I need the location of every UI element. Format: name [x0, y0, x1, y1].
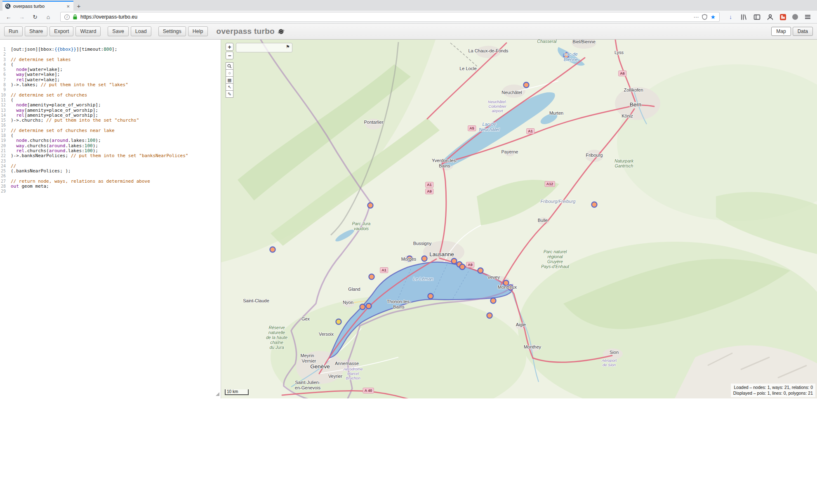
- map-marker[interactable]: [452, 259, 457, 264]
- pointer-tool-button[interactable]: ↖: [226, 83, 233, 91]
- map-marker[interactable]: [366, 304, 372, 309]
- map-marker[interactable]: [508, 285, 513, 290]
- search-tool-button[interactable]: [226, 62, 233, 70]
- main-area: 1[out:json][bbox:{{bbox}}][timeout:800];…: [0, 40, 817, 398]
- browser-tab[interactable]: overpass turbo ×: [2, 1, 73, 11]
- line-number: 1: [0, 47, 11, 52]
- extension-icon-red[interactable]: [780, 14, 786, 20]
- map-marker[interactable]: [422, 256, 427, 261]
- code-line[interactable]: 15)->.churchs; // put them into the set …: [0, 118, 221, 123]
- map-marker[interactable]: [504, 280, 509, 286]
- toolbar-button-share[interactable]: Share: [25, 26, 47, 36]
- lock-icon: [73, 14, 78, 20]
- home-button[interactable]: ⌂: [44, 14, 53, 20]
- map-marker[interactable]: [487, 313, 492, 318]
- map[interactable]: La Chaux-de-FondsLe LocleNeuchâtelBiel/B…: [221, 40, 817, 398]
- line-number: 24: [0, 164, 11, 169]
- browser-window: overpass turbo × + ← → ↻ ⌂ i https://ove…: [0, 0, 817, 398]
- map-marker[interactable]: [491, 298, 496, 304]
- page-actions-icon[interactable]: ⋯: [693, 14, 699, 20]
- line-number: 25: [0, 169, 11, 174]
- code-line[interactable]: 28out geom meta;: [0, 184, 221, 189]
- map-marker[interactable]: [368, 203, 373, 208]
- map-search-input[interactable]: [236, 43, 292, 52]
- code-line[interactable]: 8)->.lakes; // put them into the set "la…: [0, 82, 221, 87]
- map-marker[interactable]: [407, 256, 412, 261]
- line-number: 27: [0, 179, 11, 184]
- select-circle-tool-button[interactable]: ○: [226, 69, 233, 77]
- code-line[interactable]: 1[out:json][bbox:{{bbox}}][timeout:800];: [0, 47, 221, 52]
- code-line[interactable]: 29: [0, 189, 221, 194]
- line-number: 14: [0, 113, 11, 118]
- map-marker[interactable]: [564, 53, 569, 58]
- line-number: 6: [0, 72, 11, 77]
- url-text[interactable]: https://overpass-turbo.eu: [80, 14, 690, 20]
- line-number: 15: [0, 118, 11, 123]
- query-editor[interactable]: 1[out:json][bbox:{{bbox}}][timeout:800];…: [0, 40, 221, 398]
- map-marker[interactable]: [592, 202, 597, 207]
- toolbar-button-load[interactable]: Load: [131, 26, 151, 36]
- toolbar-button-help[interactable]: Help: [188, 26, 208, 36]
- toolbar-buttons: RunShareExportWizardSaveLoadSettingsHelp: [4, 26, 210, 36]
- back-button[interactable]: ←: [4, 14, 13, 20]
- map-marker[interactable]: [460, 264, 465, 270]
- map-marker[interactable]: [360, 304, 365, 310]
- account-icon[interactable]: [767, 14, 774, 21]
- tab-bar: overpass turbo × +: [0, 0, 817, 11]
- zoom-out-button[interactable]: −: [226, 52, 233, 59]
- page-info-icon[interactable]: i: [64, 14, 70, 20]
- reload-button[interactable]: ↻: [31, 14, 40, 20]
- code-line[interactable]: 23: [0, 159, 221, 164]
- shield-icon[interactable]: [702, 14, 707, 20]
- map-svg: [221, 40, 817, 398]
- scale-bar: 10 km: [225, 389, 249, 395]
- toolbar-button-export[interactable]: Export: [49, 26, 73, 36]
- navigation-bar: ← → ↻ ⌂ i https://overpass-turbo.eu ⋯ ★ …: [0, 11, 817, 24]
- sidebar-icon[interactable]: [753, 14, 760, 21]
- library-icon[interactable]: [740, 14, 747, 21]
- url-bar[interactable]: i https://overpass-turbo.eu ⋯ ★: [60, 12, 720, 22]
- extension-icon-gray[interactable]: [792, 14, 798, 20]
- zoom-in-button[interactable]: +: [226, 43, 233, 51]
- code-line[interactable]: 22)->.banksNearPolices; // put them into…: [0, 153, 221, 158]
- downloads-icon[interactable]: ↓: [727, 14, 734, 21]
- bookmark-star-icon[interactable]: ★: [710, 14, 716, 20]
- line-number: 20: [0, 144, 11, 148]
- new-tab-button[interactable]: +: [73, 1, 84, 11]
- toolbar-button-wizard[interactable]: Wizard: [75, 26, 101, 36]
- editor-resize-handle[interactable]: [216, 392, 219, 396]
- map-marker[interactable]: [270, 247, 275, 252]
- line-number: 16: [0, 123, 11, 128]
- code-line[interactable]: 17// determine set of churches near lake: [0, 128, 221, 133]
- toolbar-button-settings[interactable]: Settings: [158, 26, 186, 36]
- line-number: 26: [0, 174, 11, 179]
- image-export-tool-button[interactable]: ▦: [226, 76, 233, 84]
- line-number: 11: [0, 98, 11, 103]
- toolbar-button-save[interactable]: Save: [108, 26, 129, 36]
- tab-map[interactable]: Map: [771, 27, 791, 36]
- code-line[interactable]: 3// determine set lakes: [0, 57, 221, 62]
- line-number: 5: [0, 67, 11, 72]
- forward-button[interactable]: →: [17, 14, 26, 20]
- map-marker[interactable]: [369, 274, 374, 280]
- line-number: 7: [0, 78, 11, 82]
- draw-tool-button[interactable]: ✎: [226, 90, 233, 98]
- code-line[interactable]: 10// determine set of churches: [0, 93, 221, 98]
- tab-close-icon[interactable]: ×: [65, 3, 71, 9]
- line-number: 21: [0, 148, 11, 153]
- menu-icon[interactable]: [804, 14, 811, 21]
- line-number: 10: [0, 93, 11, 98]
- map-marker[interactable]: [524, 82, 529, 88]
- app-title-text: overpass turbo: [217, 27, 275, 36]
- map-marker[interactable]: [478, 268, 483, 273]
- toolbar-button-run[interactable]: Run: [4, 26, 23, 36]
- editor-code: 1[out:json][bbox:{{bbox}}][timeout:800];…: [0, 47, 221, 194]
- code-line[interactable]: 25(.banksNearPolices; );: [0, 169, 221, 174]
- app-toolbar: RunShareExportWizardSaveLoadSettingsHelp…: [0, 24, 817, 40]
- map-marker[interactable]: [336, 319, 341, 325]
- tab-data[interactable]: Data: [793, 27, 813, 36]
- page-title: overpass turbo: [217, 27, 285, 36]
- line-number: 22: [0, 153, 11, 158]
- flag-icon: ⚑: [286, 44, 290, 49]
- map-marker[interactable]: [428, 294, 433, 299]
